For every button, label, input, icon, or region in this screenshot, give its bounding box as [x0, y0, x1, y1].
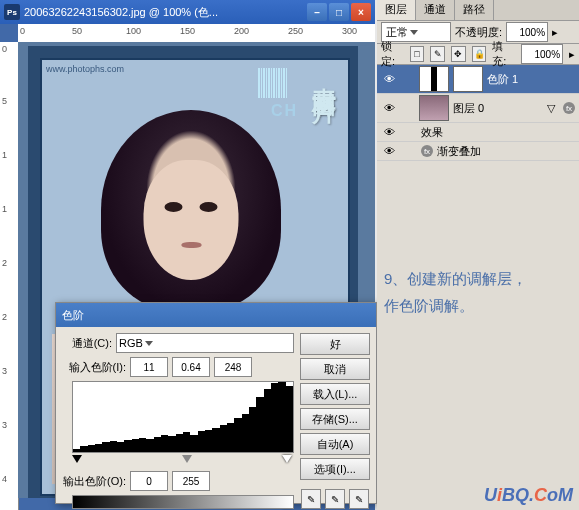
visibility-icon[interactable]: 👁 [381, 71, 397, 87]
ok-button[interactable]: 好 [300, 333, 370, 355]
visibility-icon[interactable]: 👁 [381, 100, 397, 116]
photoshop-icon: Ps [4, 4, 20, 20]
lock-label: 锁定: [381, 39, 404, 69]
effects-row[interactable]: 👁 效果 [377, 123, 579, 142]
black-eyedropper[interactable]: ✎ [301, 489, 321, 509]
blend-mode-row: 正常 不透明度: ▸ [377, 21, 579, 44]
ruler-vertical[interactable]: 0 5 1 1 2 2 3 3 4 [0, 42, 19, 510]
input-black-point[interactable] [130, 357, 168, 377]
load-button[interactable]: 载入(L)... [300, 383, 370, 405]
watermark-text: www.photophs.com [46, 64, 124, 74]
lock-position-icon[interactable]: ✥ [451, 46, 466, 62]
gray-slider-handle[interactable] [182, 455, 192, 463]
panel-tabs: 图层 通道 路径 [377, 0, 579, 21]
close-button[interactable]: × [351, 3, 371, 21]
layer-name[interactable]: 色阶 1 [487, 72, 518, 87]
output-gradient [72, 495, 294, 509]
dialog-titlebar[interactable]: 色阶 [56, 303, 376, 327]
visibility-icon[interactable]: 👁 [381, 143, 397, 159]
window-title: 20063262243156302.jpg @ 100% (色... [24, 5, 307, 20]
effects-label: 效果 [421, 125, 443, 140]
tab-layers[interactable]: 图层 [377, 0, 416, 20]
layer-thumb[interactable] [419, 95, 449, 121]
dropdown-icon [410, 30, 418, 35]
effect-name: 渐变叠加 [437, 144, 481, 159]
input-slider[interactable] [72, 455, 292, 465]
channel-select[interactable]: RGB [116, 333, 294, 353]
opacity-label: 不透明度: [455, 25, 502, 40]
opacity-arrow[interactable]: ▸ [552, 26, 558, 39]
lock-transparency-icon[interactable]: □ [410, 46, 425, 62]
levels-dialog[interactable]: 色阶 通道(C): RGB 输入色阶(I): [55, 302, 377, 504]
channel-label: 通道(C): [62, 336, 112, 351]
barcode-graphic [258, 68, 308, 98]
histogram [72, 381, 294, 453]
layer-name[interactable]: 图层 0 [453, 101, 484, 116]
layer-row-levels[interactable]: 👁 色阶 1 [377, 65, 579, 94]
white-slider-handle[interactable] [282, 455, 292, 463]
input-gamma[interactable] [172, 357, 210, 377]
levels-adjustment-thumb[interactable] [419, 66, 449, 92]
cancel-button[interactable]: 取消 [300, 358, 370, 380]
output-white[interactable] [172, 471, 210, 491]
fill-label: 填充: [492, 39, 515, 69]
white-eyedropper[interactable]: ✎ [349, 489, 369, 509]
tab-paths[interactable]: 路径 [455, 0, 494, 20]
fx-collapse-icon[interactable]: ▽ [547, 102, 555, 115]
layer-row-image[interactable]: 👁 图层 0 ▽ fx [377, 94, 579, 123]
ruler-horizontal[interactable]: 0 50 100 150 200 250 300 [18, 24, 375, 43]
output-black[interactable] [130, 471, 168, 491]
layer-mask-thumb[interactable] [453, 66, 483, 92]
dropdown-icon [145, 341, 153, 346]
fill-input[interactable] [521, 44, 563, 64]
minimize-button[interactable]: – [307, 3, 327, 21]
fill-arrow[interactable]: ▸ [569, 48, 575, 61]
black-slider-handle[interactable] [72, 455, 82, 463]
lock-paint-icon[interactable]: ✎ [430, 46, 445, 62]
instruction-text: 9、创建新的调解层， 作色阶调解。 [384, 265, 527, 319]
titlebar[interactable]: Ps 20063262243156302.jpg @ 100% (色... – … [0, 0, 375, 24]
input-levels-label: 输入色阶(I): [62, 360, 126, 375]
options-button[interactable]: 选项(I)... [300, 458, 370, 480]
fx-badge-icon[interactable]: fx [563, 102, 575, 114]
gradient-overlay-row[interactable]: 👁 fx 渐变叠加 [377, 142, 579, 161]
visibility-icon[interactable]: 👁 [381, 124, 397, 140]
maximize-button[interactable]: □ [329, 3, 349, 21]
tab-channels[interactable]: 通道 [416, 0, 455, 20]
gray-eyedropper[interactable]: ✎ [325, 489, 345, 509]
vertical-title-text: 素材圖片 [308, 68, 340, 84]
input-white-point[interactable] [214, 357, 252, 377]
save-button[interactable]: 存储(S)... [300, 408, 370, 430]
output-levels-label: 输出色阶(O): [62, 474, 126, 489]
auto-button[interactable]: 自动(A) [300, 433, 370, 455]
panels-area: 图层 通道 路径 正常 不透明度: ▸ 锁定: □ ✎ ✥ 🔒 填充: ▸ 👁 … [377, 0, 579, 510]
fx-item-icon: fx [421, 145, 433, 157]
logo-watermark: UiBQ.CoM [484, 485, 573, 506]
lock-row: 锁定: □ ✎ ✥ 🔒 填充: ▸ [377, 44, 579, 65]
lock-all-icon[interactable]: 🔒 [472, 46, 487, 62]
